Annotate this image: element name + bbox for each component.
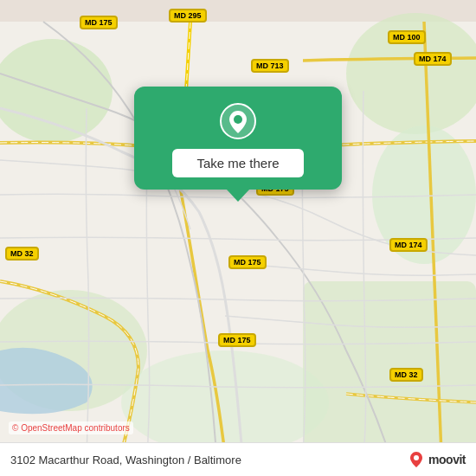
svg-rect-4 — [303, 281, 476, 454]
badge-md32-left: MD 32 — [5, 247, 39, 261]
badge-md175-mid2: MD 175 — [228, 255, 267, 269]
location-popup: Take me there — [134, 87, 342, 190]
moovit-pin-icon — [407, 450, 426, 469]
osm-attribution: © OpenStreetMap contributors — [9, 421, 133, 434]
osm-copyright: © OpenStreetMap contributors — [12, 423, 130, 433]
take-me-there-button[interactable]: Take me there — [172, 149, 303, 177]
badge-md174-top: MD 174 — [414, 52, 452, 66]
svg-point-11 — [234, 115, 242, 124]
badge-md32-right: MD 32 — [389, 368, 423, 382]
badge-md174-mid: MD 174 — [389, 238, 428, 252]
address-label: 3102 Macarthur Road, Washington / Baltim… — [10, 453, 241, 466]
moovit-brand-text: moovit — [428, 453, 466, 466]
map-container: MD 295 MD 175 MD 100 MD 174 MD 713 MD 17… — [0, 0, 476, 476]
location-pin-icon — [219, 102, 257, 140]
svg-point-12 — [414, 455, 419, 460]
badge-md295: MD 295 — [169, 9, 207, 23]
badge-md175-bot: MD 175 — [218, 333, 256, 347]
bottom-bar: 3102 Macarthur Road, Washington / Baltim… — [0, 442, 476, 476]
svg-point-6 — [121, 351, 329, 454]
moovit-logo: moovit — [407, 450, 466, 469]
badge-md175-top: MD 175 — [80, 16, 118, 29]
badge-md713: MD 713 — [251, 59, 289, 73]
badge-md100: MD 100 — [388, 30, 426, 44]
